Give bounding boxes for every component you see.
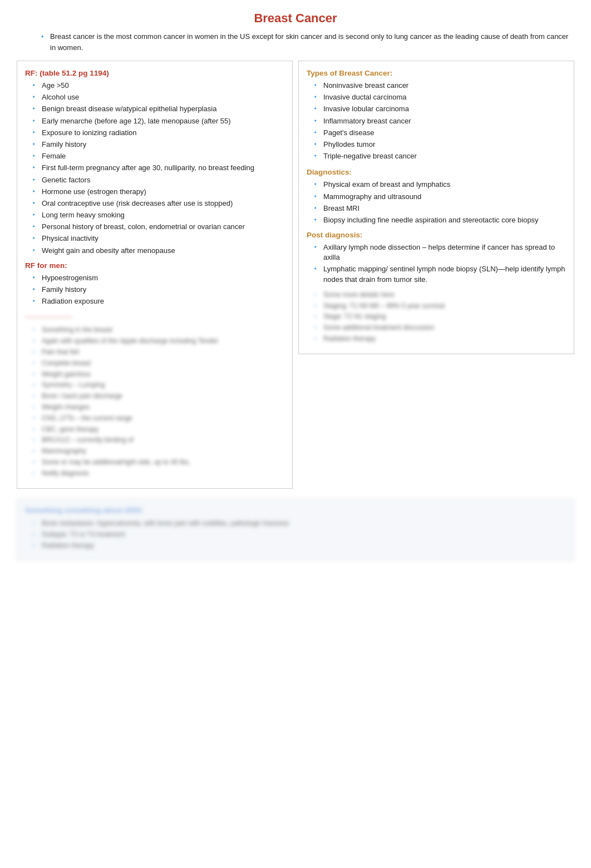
types-section: Types of Breast Cancer: Noninvasive brea…: [307, 69, 566, 161]
postdx-list: Axillary lymph node dissection – helps d…: [307, 242, 566, 285]
list-item: Invasive lobular carcinoma: [312, 104, 566, 114]
list-item: Physical exam of breast and lymphatics: [312, 180, 566, 190]
diagnostics-list: Physical exam of breast and lymphaticsMa…: [307, 180, 566, 225]
rf-men-heading: RF for men:: [25, 261, 284, 270]
list-item: Biopsy including fine needle aspiration …: [312, 215, 566, 225]
list-item: Breast MRI: [312, 204, 566, 214]
list-item: Noninvasive breast cancer: [312, 81, 566, 91]
list-item: Weight gain and obesity after menopause: [31, 246, 284, 256]
list-item: Paget's disease: [312, 128, 566, 138]
list-item: Genetic factors: [31, 175, 284, 185]
blurred-left: ────────── Something in the breastAgain …: [25, 312, 284, 478]
left-column: RF: (table 51.2 pg 1194) Age >50Alcohol …: [17, 61, 293, 489]
list-item: Mammography and ultrasound: [312, 192, 566, 202]
page-title: Breast Cancer: [17, 11, 574, 26]
bottom-heading: Something something about 2020:: [25, 505, 566, 516]
list-item: Radiation exposure: [31, 296, 284, 306]
list-item: Personal history of breast, colon, endom…: [31, 222, 284, 232]
list-item: Alcohol use: [31, 92, 284, 102]
list-item: Lymphatic mapping/ sentinel lymph node b…: [312, 264, 566, 284]
list-item: Some or may be additional/right side, up…: [31, 458, 284, 467]
list-item: Hormone use (estrogen therapy): [31, 187, 284, 197]
list-item: Subtype: T3 or T4 treatment: [31, 530, 566, 539]
list-item: Phyllodes tumor: [312, 140, 566, 150]
types-list: Noninvasive breast cancerInvasive ductal…: [307, 81, 566, 161]
list-item: Hypoestrogenism: [31, 273, 284, 283]
rf-list: Age >50Alcohol useBenign breast disease …: [25, 81, 284, 256]
list-item: Family history: [31, 140, 284, 150]
list-item: Age >50: [31, 81, 284, 91]
list-item: Weight gain/loss: [31, 370, 284, 379]
list-item: Again with qualities of the nipple disch…: [31, 336, 284, 346]
list-item: Triple-negative breast cancer: [312, 151, 566, 161]
list-item: BRCA1/2 – currently binding of: [31, 435, 284, 445]
bottom-list: Bone metastases: hypercalcemia, with bon…: [25, 519, 566, 550]
list-item: Stage: T2 N1 staging: [312, 312, 566, 321]
main-content: RF: (table 51.2 pg 1194) Age >50Alcohol …: [17, 61, 574, 489]
list-item: Early menarche (before age 12), late men…: [31, 116, 284, 126]
postdx-heading: Post diagnosis:: [307, 231, 566, 239]
list-item: Invasive ductal carcinoma: [312, 92, 566, 102]
list-item: Bone metastases: hypercalcemia, with bon…: [31, 519, 566, 528]
blurred-right: Some more details hereStaging: T1 N0 M0 …: [307, 290, 566, 344]
list-item: Radiation therapy: [31, 541, 566, 550]
list-item: Something in the breast: [31, 325, 284, 335]
list-item: Some more details here: [312, 290, 566, 300]
diagnostics-section: Diagnostics: Physical exam of breast and…: [307, 168, 566, 225]
list-item: Exposure to ionizing radiation: [31, 128, 284, 138]
list-item: Benign breast disease w/atypical epithel…: [31, 104, 284, 114]
bottom-section: Something something about 2020: Bone met…: [17, 499, 574, 561]
list-item: Notify diagnosis: [31, 469, 284, 478]
list-item: Radiation therapy: [312, 334, 566, 344]
list-item: Physical inactivity: [31, 234, 284, 244]
list-item: Family history: [31, 285, 284, 295]
rf-heading: RF: (table 51.2 pg 1194): [25, 69, 284, 77]
list-item: Staging: T1 N0 M0 – 99% 5 year survival: [312, 301, 566, 311]
list-item: Some additional treatment discussion: [312, 323, 566, 333]
list-item: Pain that felt: [31, 348, 284, 357]
list-item: Female: [31, 151, 284, 161]
list-item: Symmetry – Lumping: [31, 380, 284, 390]
list-item: CNS, LFTs – the current range: [31, 414, 284, 423]
rf-men-list: HypoestrogenismFamily historyRadiation e…: [25, 273, 284, 307]
types-heading: Types of Breast Cancer:: [307, 69, 566, 77]
list-item: Mammography: [31, 447, 284, 456]
diagnostics-heading: Diagnostics:: [307, 168, 566, 176]
list-item: Long term heavy smoking: [31, 210, 284, 220]
list-item: First full-term pregnancy after age 30, …: [31, 163, 284, 173]
list-item: Bone / back pain discharge: [31, 391, 284, 401]
list-item: Oral contraceptive use (risk decreases a…: [31, 199, 284, 209]
right-column: Types of Breast Cancer: Noninvasive brea…: [298, 61, 574, 354]
list-item: Inflammatory breast cancer: [312, 116, 566, 126]
list-item: Complete breast: [31, 359, 284, 368]
list-item: CBC, gene therapy: [31, 425, 284, 434]
list-item: Axillary lymph node dissection – helps d…: [312, 242, 566, 262]
intro-text: Breast cancer is the most common cancer …: [39, 31, 574, 53]
intro-section: Breast cancer is the most common cancer …: [39, 31, 574, 53]
list-item: Weight changes: [31, 403, 284, 412]
